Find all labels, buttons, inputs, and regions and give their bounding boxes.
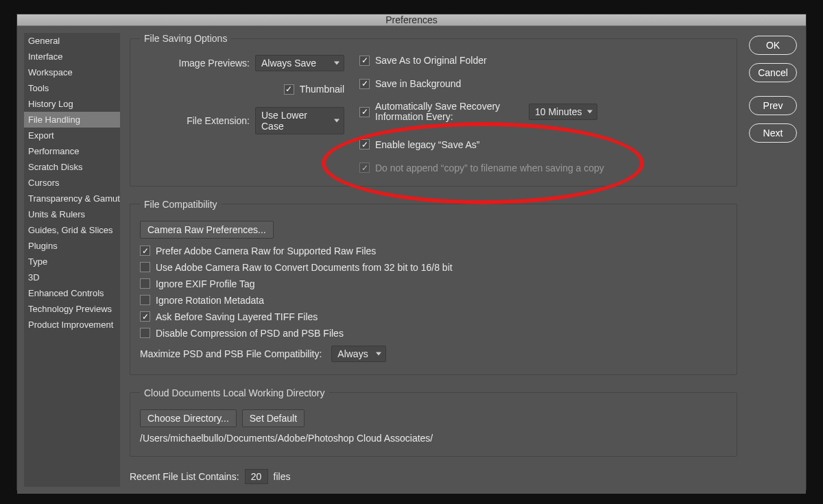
image-previews-label: Image Previews: [140, 58, 250, 69]
file-saving-group: File Saving Options Image Previews: Alwa… [130, 33, 737, 187]
auto-save-label: Automatically Save Recovery Information … [375, 101, 519, 123]
sidebar-item-cursors[interactable]: Cursors [24, 175, 120, 191]
sidebar-item-performance[interactable]: Performance [24, 143, 120, 159]
prefer-raw-checkbox[interactable] [140, 245, 150, 256]
enable-legacy-label: Enable legacy “Save As” [375, 139, 480, 150]
right-button-column: OK Cancel Prev Next [747, 33, 799, 487]
sidebar-item-file-handling[interactable]: File Handling [24, 112, 120, 128]
cloud-directory-legend: Cloud Documents Local Working Directory [140, 387, 329, 398]
disable-compress-label: Disable Compression of PSD and PSB Files [156, 328, 344, 339]
sidebar-item-export[interactable]: Export [24, 128, 120, 143]
sidebar-item-tools[interactable]: Tools [24, 80, 120, 96]
sidebar-item-plugins[interactable]: Plugins [24, 238, 120, 254]
window-title: Preferences [385, 14, 437, 25]
next-button[interactable]: Next [749, 123, 797, 143]
sidebar-item-enhanced-controls[interactable]: Enhanced Controls [24, 285, 120, 301]
disable-compress-checkbox[interactable] [140, 328, 150, 338]
save-in-background-label: Save in Background [375, 78, 461, 89]
preferences-window: Preferences GeneralInterfaceWorkspaceToo… [16, 14, 807, 490]
sidebar-item-product-improvement[interactable]: Product Improvement [24, 317, 120, 333]
sidebar-item-general[interactable]: General [24, 33, 120, 49]
sidebar-item-units-rulers[interactable]: Units & Rulers [24, 206, 120, 222]
file-compatibility-group: File Compatibility Camera Raw Preference… [130, 199, 737, 375]
file-extension-label: File Extension: [140, 115, 250, 126]
sidebar-item-3d[interactable]: 3D [24, 269, 120, 285]
prefer-raw-label: Prefer Adobe Camera Raw for Supported Ra… [156, 245, 376, 256]
no-append-copy-label: Do not append “copy” to filename when sa… [375, 163, 604, 173]
ok-button[interactable]: OK [749, 36, 797, 55]
ignore-exif-label: Ignore EXIF Profile Tag [156, 278, 254, 289]
sidebar-item-guides-grid-slices[interactable]: Guides, Grid & Slices [24, 222, 120, 238]
sidebar-item-technology-previews[interactable]: Technology Previews [24, 301, 120, 317]
maximize-compat-label: Maximize PSD and PSB File Compatibility: [140, 348, 322, 359]
thumbnail-checkbox[interactable] [284, 84, 294, 95]
sidebar-item-workspace[interactable]: Workspace [24, 64, 120, 80]
save-in-background-checkbox[interactable] [359, 79, 370, 89]
save-as-original-checkbox[interactable] [359, 56, 370, 66]
maximize-compat-select[interactable]: Always [331, 346, 386, 362]
cloud-directory-group: Cloud Documents Local Working Directory … [130, 387, 737, 457]
sidebar-item-history-log[interactable]: History Log [24, 96, 120, 112]
sidebar-item-transparency-gamut[interactable]: Transparency & Gamut [24, 191, 120, 206]
sidebar-item-scratch-disks[interactable]: Scratch Disks [24, 159, 120, 175]
set-default-button[interactable]: Set Default [242, 409, 305, 427]
ignore-exif-checkbox[interactable] [140, 278, 150, 289]
save-as-original-label: Save As to Original Folder [375, 55, 487, 66]
recent-files-input[interactable] [245, 469, 268, 484]
cancel-button[interactable]: Cancel [749, 63, 797, 82]
image-previews-select[interactable]: Always Save [255, 55, 344, 71]
use-raw-32-label: Use Adobe Camera Raw to Convert Document… [156, 262, 453, 273]
use-raw-32-checkbox[interactable] [140, 262, 150, 272]
sidebar-item-type[interactable]: Type [24, 254, 120, 269]
content-area: GeneralInterfaceWorkspaceToolsHistory Lo… [17, 26, 806, 494]
category-sidebar: GeneralInterfaceWorkspaceToolsHistory Lo… [24, 33, 120, 487]
auto-save-interval-select[interactable]: 10 Minutes [529, 104, 597, 120]
thumbnail-label: Thumbnail [300, 84, 344, 95]
cloud-directory-path: /Users/michaelbullo/Documents/Adobe/Phot… [140, 433, 433, 444]
choose-directory-button[interactable]: Choose Directory... [140, 409, 237, 427]
ask-tiff-label: Ask Before Saving Layered TIFF Files [156, 311, 318, 322]
ask-tiff-checkbox[interactable] [140, 311, 150, 322]
file-saving-legend: File Saving Options [140, 33, 231, 44]
recent-files-label-before: Recent File List Contains: [130, 471, 239, 482]
ignore-rotation-checkbox[interactable] [140, 295, 150, 305]
main-panel: File Saving Options Image Previews: Alwa… [130, 33, 737, 487]
recent-files-label-after: files [274, 471, 291, 482]
auto-save-checkbox[interactable] [359, 107, 370, 117]
prev-button[interactable]: Prev [749, 96, 797, 115]
no-append-copy-checkbox [359, 163, 370, 173]
enable-legacy-checkbox[interactable] [359, 139, 370, 149]
camera-raw-prefs-button[interactable]: Camera Raw Preferences... [140, 221, 274, 239]
window-titlebar: Preferences [17, 14, 806, 26]
file-compatibility-legend: File Compatibility [140, 199, 222, 210]
file-extension-select[interactable]: Use Lower Case [255, 107, 344, 134]
ignore-rotation-label: Ignore Rotation Metadata [156, 295, 264, 306]
sidebar-item-interface[interactable]: Interface [24, 49, 120, 64]
